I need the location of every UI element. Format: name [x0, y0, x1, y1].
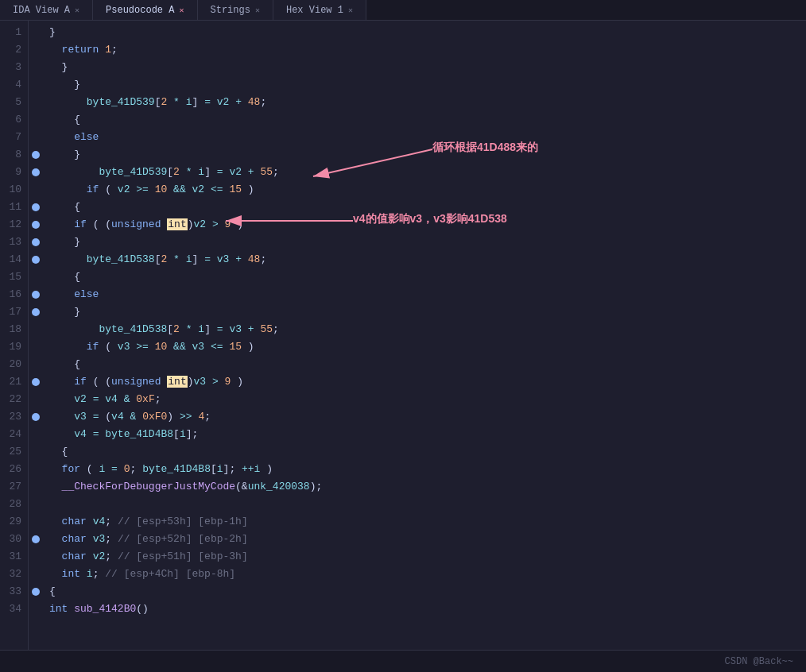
breakpoint-slot[interactable]	[32, 251, 40, 268]
breakpoint-slot[interactable]	[32, 408, 40, 426]
tab-close-icon[interactable]: ✕	[348, 6, 353, 15]
code-line: byte_41D538[2 * i] = v3 + 55;	[49, 321, 800, 338]
breakpoint-dot	[32, 151, 40, 159]
breakpoints	[29, 21, 43, 650]
tab-close-icon[interactable]: ✕	[179, 6, 184, 15]
code-line: {	[49, 199, 800, 216]
code-line: __CheckForDebuggerJustMyCode(&unk_420038…	[49, 478, 800, 496]
breakpoint-slot[interactable]	[32, 24, 40, 41]
line-number: 15	[6, 268, 21, 286]
line-number: 29	[6, 513, 21, 531]
breakpoint-dot	[32, 535, 40, 543]
tab-pseudocode-a[interactable]: Pseudocode A ✕	[93, 0, 197, 20]
breakpoint-dot	[32, 238, 40, 246]
line-number: 20	[6, 356, 21, 373]
code-area: 1234567891011121314151617181920212223242…	[0, 21, 806, 650]
breakpoint-slot[interactable]	[32, 548, 40, 566]
footer-text: CSDN @Back~~	[725, 656, 793, 667]
code-line: }	[49, 59, 800, 76]
line-number: 14	[6, 251, 21, 268]
breakpoint-slot[interactable]	[32, 59, 40, 76]
line-number: 5	[6, 94, 21, 111]
line-number: 31	[6, 548, 21, 566]
breakpoint-dot	[32, 221, 40, 229]
code-line: v2 = v4 & 0xF;	[49, 391, 800, 408]
code-line: int sub_4142B0()	[49, 601, 800, 618]
line-number: 32	[6, 566, 21, 583]
breakpoint-slot[interactable]	[32, 111, 40, 129]
breakpoint-slot[interactable]	[32, 496, 40, 513]
breakpoint-slot[interactable]	[32, 286, 40, 303]
breakpoint-slot[interactable]	[32, 601, 40, 618]
code-line: {	[49, 111, 800, 129]
line-number: 21	[6, 373, 21, 391]
line-numbers: 1234567891011121314151617181920212223242…	[0, 21, 29, 650]
footer: CSDN @Back~~	[0, 650, 806, 672]
breakpoint-slot[interactable]	[32, 199, 40, 216]
line-number: 34	[6, 601, 21, 618]
breakpoint-dot	[32, 308, 40, 316]
code-line: if ( (unsigned int)v2 > 9 )	[49, 216, 800, 234]
tab-label: Hex View 1	[286, 5, 343, 16]
line-number: 11	[6, 199, 21, 216]
breakpoint-slot[interactable]	[32, 531, 40, 548]
code-line: else	[49, 286, 800, 303]
code-line: byte_41D538[2 * i] = v3 + 48;	[49, 251, 800, 268]
breakpoint-slot[interactable]	[32, 338, 40, 356]
code-line: v4 = byte_41D4B8[i];	[49, 426, 800, 443]
breakpoint-slot[interactable]	[32, 356, 40, 373]
breakpoint-dot	[32, 256, 40, 264]
breakpoint-slot[interactable]	[32, 164, 40, 181]
line-number: 10	[6, 181, 21, 199]
breakpoint-slot[interactable]	[32, 461, 40, 478]
tab-close-icon[interactable]: ✕	[75, 6, 79, 15]
breakpoint-slot[interactable]	[32, 234, 40, 251]
breakpoint-slot[interactable]	[32, 181, 40, 199]
line-number: 8	[6, 146, 21, 164]
breakpoint-slot[interactable]	[32, 566, 40, 583]
breakpoint-slot[interactable]	[32, 426, 40, 443]
breakpoint-slot[interactable]	[32, 443, 40, 461]
tab-close-icon[interactable]: ✕	[255, 6, 260, 15]
line-number: 18	[6, 321, 21, 338]
breakpoint-slot[interactable]	[32, 41, 40, 59]
breakpoint-slot[interactable]	[32, 268, 40, 286]
code-line: for ( i = 0; byte_41D4B8[i]; ++i )	[49, 461, 800, 478]
breakpoint-slot[interactable]	[32, 373, 40, 391]
code-line: byte_41D539[2 * i] = v2 + 55;	[49, 164, 800, 181]
breakpoint-slot[interactable]	[32, 583, 40, 601]
code-line	[49, 496, 800, 513]
code-lines[interactable]: } return 1; } } byte_41D539[2 * i] = v2 …	[43, 21, 806, 650]
code-line: if ( v2 >= 10 && v2 <= 15 )	[49, 181, 800, 199]
code-line: char v3; // [esp+52h] [ebp-2h]	[49, 531, 800, 548]
line-number: 9	[6, 164, 21, 181]
line-number: 7	[6, 129, 21, 146]
breakpoint-slot[interactable]	[32, 94, 40, 111]
breakpoint-slot[interactable]	[32, 303, 40, 321]
code-line: char v2; // [esp+51h] [ebp-3h]	[49, 548, 800, 566]
breakpoint-slot[interactable]	[32, 76, 40, 94]
breakpoint-slot[interactable]	[32, 129, 40, 146]
line-number: 26	[6, 461, 21, 478]
breakpoint-dot	[32, 378, 40, 386]
code-line: }	[49, 234, 800, 251]
line-number: 4	[6, 76, 21, 94]
breakpoint-slot[interactable]	[32, 513, 40, 531]
tab-strings[interactable]: Strings ✕	[198, 0, 273, 20]
tab-bar: IDA View A ✕ Pseudocode A ✕ Strings ✕ He…	[0, 0, 806, 21]
code-line: else	[49, 129, 800, 146]
line-number: 22	[6, 391, 21, 408]
breakpoint-slot[interactable]	[32, 216, 40, 234]
tab-ida-view-a[interactable]: IDA View A ✕	[0, 0, 93, 20]
code-line: {	[49, 583, 800, 601]
line-number: 33	[6, 583, 21, 601]
code-line: {	[49, 268, 800, 286]
breakpoint-dot	[32, 168, 40, 176]
breakpoint-slot[interactable]	[32, 478, 40, 496]
breakpoint-slot[interactable]	[32, 391, 40, 408]
breakpoint-slot[interactable]	[32, 321, 40, 338]
code-line: char v4; // [esp+53h] [ebp-1h]	[49, 513, 800, 531]
breakpoint-slot[interactable]	[32, 146, 40, 164]
line-number: 25	[6, 443, 21, 461]
tab-hex-view-1[interactable]: Hex View 1 ✕	[273, 0, 366, 20]
